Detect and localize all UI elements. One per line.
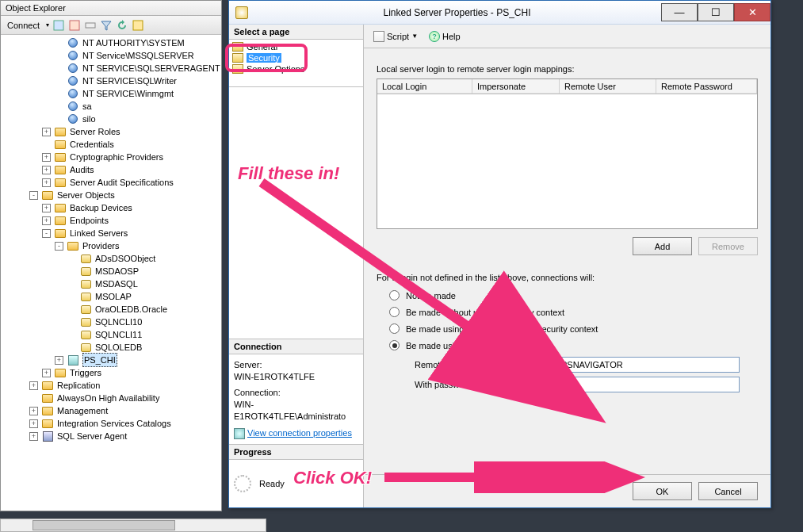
folder-icon [41, 379, 54, 392]
tree-row[interactable]: ADsDSOObject [2, 252, 221, 265]
tree-label: sa [82, 100, 92, 113]
grid-header-remote-user[interactable]: Remote User [560, 79, 656, 94]
add-button[interactable]: Add [633, 237, 692, 255]
toolbar-icon-6[interactable] [132, 19, 144, 32]
tree-label: OraOLEDB.Oracle [95, 303, 167, 316]
page-general[interactable]: General [231, 41, 361, 52]
tree-row[interactable]: Credentials [2, 138, 221, 151]
grid-header-impersonate[interactable]: Impersonate [472, 79, 560, 94]
tree-row[interactable]: NT SERVICE\Winmgmt [2, 87, 221, 100]
tree-row[interactable]: MSOLAP [2, 290, 221, 303]
minimize-button[interactable]: — [661, 3, 698, 21]
tree-row[interactable]: +Server Roles [2, 125, 221, 138]
tree-row[interactable]: SQLOLEDB [2, 341, 221, 354]
connect-dropdown[interactable]: Connect [4, 19, 43, 32]
object-explorer-tree[interactable]: NT AUTHORITY\SYSTEMNT Service\MSSQLSERVE… [1, 35, 221, 507]
tree-label: Providers [82, 239, 119, 252]
tree-row[interactable]: NT SERVICE\SQLWriter [2, 75, 221, 87]
script-dropdown[interactable]: Script ▼ [370, 29, 421, 44]
link-icon [67, 354, 79, 366]
toolbar-icon-3[interactable] [84, 19, 97, 32]
folder-icon [41, 392, 54, 404]
help-button[interactable]: ?Help [426, 29, 464, 44]
connection-properties-icon [234, 428, 245, 439]
cancel-button[interactable]: Cancel [698, 482, 758, 500]
tree-row[interactable]: NT AUTHORITY\SYSTEM [2, 36, 221, 49]
tree-row[interactable]: SQLNCLI11 [2, 328, 221, 341]
view-connection-properties-link[interactable]: View connection properties [247, 428, 352, 438]
tree-row[interactable]: +Server Audit Specifications [2, 176, 221, 189]
tree-row[interactable]: silo [2, 113, 221, 125]
refresh-icon[interactable] [116, 19, 128, 32]
user-icon [67, 87, 79, 100]
expand-toggle[interactable]: + [55, 356, 63, 365]
tree-row[interactable]: sa [2, 100, 221, 113]
select-page-header: Select a page [229, 25, 363, 40]
expand-toggle[interactable]: + [29, 407, 38, 415]
dialog-titlebar[interactable]: Linked Server Properties - PS_CHI — ☐ ✕ [229, 1, 770, 25]
db-icon [79, 316, 92, 328]
mappings-label: Local server login to remote server logi… [377, 64, 758, 74]
tree-row[interactable]: +Management [2, 404, 221, 417]
tree-label: Integration Services Catalogs [57, 417, 171, 430]
srv-icon [41, 430, 54, 442]
tree-row[interactable]: +SQL Server Agent [2, 430, 221, 442]
filter-icon[interactable] [100, 19, 113, 32]
expand-toggle[interactable]: + [42, 178, 51, 187]
grid-header-local-login[interactable]: Local Login [377, 79, 472, 94]
tree-label: NT SERVICE\SQLSERVERAGENT [82, 62, 220, 75]
tree-row[interactable]: +Integration Services Catalogs [2, 417, 221, 430]
tree-label: Server Objects [57, 189, 115, 201]
folder-icon [54, 138, 67, 151]
tree-row[interactable]: +Triggers [2, 366, 221, 379]
expand-toggle[interactable]: + [42, 369, 51, 377]
tree-row[interactable]: +Cryptographic Providers [2, 151, 221, 163]
expand-toggle[interactable]: + [42, 216, 51, 225]
expand-toggle[interactable]: - [42, 229, 51, 238]
expand-toggle[interactable]: - [29, 191, 38, 200]
tree-label: Cryptographic Providers [70, 151, 163, 163]
tree-row[interactable]: +Endpoints [2, 214, 221, 227]
expand-toggle[interactable]: + [42, 204, 51, 212]
expand-toggle[interactable]: + [29, 381, 38, 390]
expand-toggle[interactable]: - [55, 242, 63, 251]
tree-row[interactable]: MSDAOSP [2, 265, 221, 277]
tree-row[interactable]: SQLNCLI10 [2, 316, 221, 328]
page-server-options[interactable]: Server Options [231, 63, 361, 75]
expand-toggle[interactable]: + [29, 432, 38, 441]
tree-row[interactable]: NT SERVICE\SQLSERVERAGENT [2, 62, 221, 75]
expand-toggle[interactable]: + [42, 128, 51, 136]
horizontal-scrollbar[interactable] [0, 519, 266, 532]
tree-row[interactable]: +Audits [2, 163, 221, 176]
tree-row[interactable]: -Server Objects [2, 189, 221, 201]
expand-toggle[interactable]: + [42, 153, 51, 162]
grid-header-remote-password[interactable]: Remote Password [656, 79, 757, 94]
page-list: General Security Server Options [229, 40, 363, 87]
toolbar-icon-1[interactable] [52, 19, 65, 32]
tree-row[interactable]: +PS_CHI [2, 354, 221, 366]
tree-row[interactable]: +Replication [2, 379, 221, 392]
user-icon [67, 62, 79, 75]
object-explorer-toolbar: Connect▾ [1, 16, 221, 35]
expand-toggle[interactable]: + [29, 419, 38, 428]
db-icon [79, 303, 92, 316]
maximize-button[interactable]: ☐ [698, 3, 734, 21]
expand-toggle[interactable]: + [42, 166, 51, 174]
toolbar-icon-2[interactable] [68, 19, 81, 32]
tree-row[interactable]: +Backup Devices [2, 201, 221, 214]
tree-row[interactable]: -Linked Servers [2, 227, 221, 239]
tree-label: Triggers [70, 366, 101, 379]
tree-row[interactable]: MSDASQL [2, 277, 221, 290]
db-icon [79, 328, 92, 341]
close-button[interactable]: ✕ [734, 3, 770, 21]
tree-label: Endpoints [70, 214, 109, 227]
tree-row[interactable]: NT Service\MSSQLSERVER [2, 49, 221, 62]
tree-row[interactable]: -Providers [2, 239, 221, 252]
progress-header: Progress [229, 445, 363, 460]
db-icon [79, 265, 92, 277]
progress-spinner-icon [234, 475, 251, 492]
help-icon: ? [429, 31, 440, 42]
tree-row[interactable]: AlwaysOn High Availability [2, 392, 221, 404]
tree-row[interactable]: OraOLEDB.Oracle [2, 303, 221, 316]
page-security[interactable]: Security [231, 52, 361, 63]
